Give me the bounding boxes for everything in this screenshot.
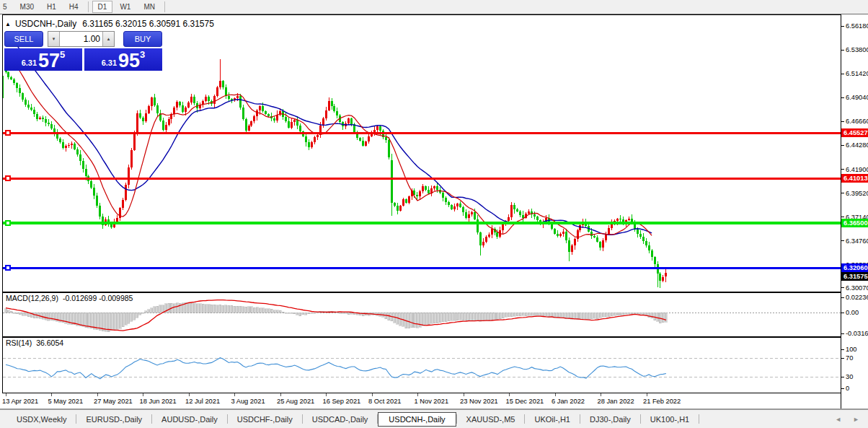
- rsi-pane-label: RSI(14)36.6054: [6, 339, 63, 347]
- price-level-badge: 6.32060: [843, 264, 868, 271]
- chart-tab-usdchf-daily[interactable]: USDCHF-,Daily: [228, 412, 302, 427]
- macd-axis-tick: -0.03169: [846, 330, 868, 337]
- price-axis-tick: 6.41900: [846, 166, 868, 173]
- chart-tab-uk100-h1[interactable]: UK100-,H1: [641, 412, 699, 427]
- macd-pane-label: MACD(12,26,9)-0.012699 -0.009985: [6, 294, 133, 302]
- sell-price-sup: 5: [60, 49, 65, 60]
- price-axis-tick: 6.51420: [846, 70, 868, 77]
- sell-price-panel[interactable]: 6.31 57 5: [4, 48, 82, 71]
- timeframe-button-h4[interactable]: H4: [63, 1, 84, 13]
- date-axis-label: 16 Sep 2021: [323, 398, 361, 405]
- chart-tab-ukoil-h1[interactable]: UKOil-,H1: [525, 412, 580, 427]
- price-axis-tick: 6.56180: [846, 22, 868, 30]
- price-axis-tick: 6.34760: [846, 237, 868, 245]
- tab-scroll-arrows: ◄►: [835, 416, 859, 423]
- price-axis-tick: 6.30070: [846, 284, 868, 292]
- sell-button[interactable]: SELL: [4, 31, 43, 47]
- volume-increase-icon[interactable]: ▴: [102, 32, 114, 46]
- buy-price-sup: 3: [140, 49, 145, 60]
- price-level-badge: 6.45527: [843, 129, 868, 136]
- price-level-badge: 6.36500: [843, 219, 868, 227]
- chart-tab-usdcad-daily[interactable]: USDCAD-,Daily: [303, 412, 378, 427]
- timeframe-button-h1[interactable]: H1: [41, 1, 62, 13]
- date-axis-label: 1 Nov 2021: [415, 398, 449, 405]
- buy-price-prefix: 6.31: [102, 58, 117, 67]
- volume-spinner: ▾ ▴: [48, 31, 115, 47]
- rsi-axis-tick: 100: [846, 346, 857, 353]
- chart-tab-eurusd-daily[interactable]: EURUSD-,Daily: [76, 412, 151, 427]
- date-axis-label: 12 Jul 2021: [185, 398, 220, 405]
- sell-price-prefix: 6.31: [22, 58, 37, 67]
- price-level-badge: 6.41013: [843, 175, 868, 182]
- date-axis-label: 23 Nov 2021: [460, 398, 498, 405]
- rsi-axis-tick: 70: [846, 354, 853, 362]
- rsi-axis-tick: 0: [846, 385, 849, 392]
- chart-tab-bar: USDX,WeeklyEURUSD-,DailyAUDUSD-,DailyUSD…: [0, 409, 868, 428]
- timeframe-button-5[interactable]: 5: [0, 1, 13, 13]
- date-axis-label: 8 Oct 2021: [368, 398, 401, 405]
- date-axis-label: 27 May 2021: [94, 398, 133, 405]
- tab-scroll-right-icon[interactable]: ►: [853, 416, 859, 423]
- volume-decrease-icon[interactable]: ▾: [48, 32, 60, 46]
- price-axis-tick: 6.49040: [846, 94, 868, 101]
- date-axis-label: 18 Jun 2021: [140, 398, 177, 405]
- chart-tab-dj30-daily[interactable]: DJ30-,Daily: [580, 412, 640, 427]
- date-axis-label: 28 Jan 2022: [598, 398, 634, 405]
- chart-ohlc-values: 6.31165 6.32015 6.30591 6.31575: [82, 19, 214, 29]
- price-axis-tick: 6.46660: [846, 118, 868, 125]
- volume-input[interactable]: [60, 32, 102, 46]
- date-axis-label: 25 Aug 2021: [277, 398, 314, 405]
- chart-tab-xauusd-m5[interactable]: XAUUSD-,M5: [457, 412, 525, 427]
- price-level-badge: 6.31575: [843, 273, 868, 280]
- timeframe-button-w1[interactable]: W1: [114, 1, 136, 13]
- date-axis-label: 3 Aug 2021: [231, 398, 265, 405]
- sell-price-big: 57: [38, 51, 60, 70]
- date-axis-label: 6 Jan 2022: [552, 398, 585, 405]
- chart-tab-usdcnh-daily[interactable]: USDCNH-,Daily: [378, 412, 456, 427]
- one-click-trade-panel: SELL ▾ ▴ BUY 6.31 57 5 6.31 95 3: [4, 31, 162, 71]
- chart-tab-audusd-daily[interactable]: AUDUSD-,Daily: [152, 412, 227, 427]
- toolbar-separator: [164, 1, 165, 12]
- price-axis-tick: 6.53800: [846, 46, 868, 53]
- macd-indicator-values: -0.012699 -0.009985: [63, 294, 133, 302]
- macd-axis-tick: 0.02236: [846, 294, 868, 301]
- rsi-indicator-value: 36.6054: [36, 339, 63, 347]
- buy-price-big: 95: [118, 51, 140, 70]
- rsi-axis-tick: 30: [846, 373, 853, 380]
- price-axis-tick: 6.39520: [846, 190, 868, 197]
- price-axis-tick: 6.44280: [846, 141, 868, 149]
- timeframe-button-d1[interactable]: D1: [92, 1, 113, 13]
- date-axis-label: 15 Dec 2021: [506, 398, 544, 405]
- date-axis-label: 21 Feb 2022: [643, 398, 681, 405]
- tab-separator: [699, 414, 699, 424]
- tab-scroll-left-icon[interactable]: ◄: [835, 416, 841, 423]
- macd-indicator-name: MACD(12,26,9): [6, 294, 58, 302]
- toolbar-separator: [88, 1, 89, 12]
- date-axis-label: 13 Apr 2021: [2, 398, 38, 405]
- chart-title: ▲ USDCNH-,Daily 6.31165 6.32015 6.30591 …: [5, 19, 214, 29]
- chart-symbol-label: USDCNH-,Daily: [15, 19, 76, 29]
- rsi-indicator-name: RSI(14): [6, 339, 32, 347]
- macd-axis-tick: 0.00: [846, 309, 859, 316]
- timeframe-button-mn[interactable]: MN: [138, 1, 161, 13]
- timeframe-button-m30[interactable]: M30: [14, 1, 40, 13]
- timeframe-toolbar: 5M30H1H4D1W1MN: [0, 0, 868, 14]
- mt4-terminal-window: 5M30H1H4D1W1MN 6.561806.538006.514206.49…: [0, 0, 868, 428]
- date-axis-label: 5 May 2021: [48, 398, 84, 405]
- collapse-trade-panel-icon[interactable]: ▲: [5, 21, 11, 27]
- buy-price-panel[interactable]: 6.31 95 3: [84, 48, 162, 71]
- chart-tab-usdx-weekly[interactable]: USDX,Weekly: [7, 412, 76, 427]
- buy-button[interactable]: BUY: [123, 31, 162, 47]
